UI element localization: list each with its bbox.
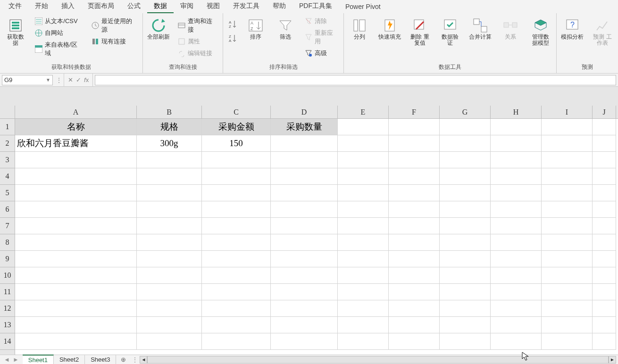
tab-review[interactable]: 审阅 [174, 0, 200, 13]
refresh-all-button[interactable]: 全部刷新 [146, 16, 171, 42]
spreadsheet-grid[interactable]: ABCDEFGHIJ 1234567891011121314 名称规格采购金额采… [0, 106, 618, 355]
cell[interactable] [542, 218, 593, 234]
cell[interactable] [491, 168, 542, 185]
cell[interactable] [440, 185, 491, 201]
cell[interactable] [137, 300, 202, 317]
cell[interactable] [440, 317, 491, 333]
flash-fill-button[interactable]: 快速填充 [377, 16, 402, 42]
cell[interactable] [389, 251, 440, 267]
tab-home[interactable]: 开始 [28, 0, 55, 13]
cell[interactable] [137, 185, 202, 201]
cell[interactable] [15, 218, 137, 234]
cell[interactable] [440, 267, 491, 284]
cell[interactable] [271, 234, 338, 251]
cell[interactable] [542, 119, 593, 135]
cell[interactable] [338, 234, 389, 251]
cell[interactable] [389, 185, 440, 201]
cell[interactable] [593, 152, 616, 168]
sort-asc-button[interactable]: AZ [226, 19, 238, 29]
from-text-csv-button[interactable]: 从文本/CSV [33, 16, 84, 26]
cell[interactable] [271, 201, 338, 218]
tab-layout[interactable]: 页面布局 [81, 0, 121, 13]
cell[interactable] [593, 218, 616, 234]
cell[interactable] [271, 168, 338, 185]
cell[interactable] [271, 135, 338, 152]
cell[interactable] [491, 119, 542, 135]
column-header[interactable]: G [440, 106, 491, 118]
cell[interactable] [440, 333, 491, 350]
tab-powerpivot[interactable]: Power Pivot [339, 1, 387, 13]
cell[interactable] [338, 201, 389, 218]
column-header[interactable]: I [542, 106, 593, 118]
cell[interactable] [542, 135, 593, 152]
cell[interactable] [202, 251, 271, 267]
row-header[interactable]: 12 [0, 300, 15, 317]
cell[interactable] [593, 185, 616, 201]
consolidate-button[interactable]: 合并计算 [468, 16, 493, 42]
cancel-icon[interactable]: ✕ [68, 76, 73, 83]
tab-dev[interactable]: 开发工具 [226, 0, 266, 13]
cell[interactable] [491, 300, 542, 317]
column-header[interactable]: A [15, 106, 137, 118]
cell[interactable] [137, 201, 202, 218]
cell[interactable] [389, 119, 440, 135]
cell[interactable] [440, 135, 491, 152]
row-header[interactable]: 7 [0, 218, 15, 234]
cell[interactable] [137, 168, 202, 185]
cell[interactable] [542, 267, 593, 284]
cell[interactable] [202, 284, 271, 300]
cell[interactable] [338, 317, 389, 333]
cell[interactable] [440, 234, 491, 251]
column-header[interactable]: F [389, 106, 440, 118]
cell[interactable] [491, 185, 542, 201]
cell[interactable] [338, 300, 389, 317]
sheet-tab[interactable]: Sheet2 [54, 355, 85, 364]
cell[interactable] [137, 267, 202, 284]
sheet-tab[interactable]: Sheet1 [23, 355, 54, 364]
existing-connections-button[interactable]: 现有连接 [89, 36, 140, 47]
confirm-icon[interactable]: ✓ [76, 76, 81, 83]
cell[interactable] [271, 300, 338, 317]
cell[interactable] [15, 267, 137, 284]
column-header[interactable]: D [271, 106, 338, 118]
cell[interactable] [542, 168, 593, 185]
cell[interactable] [137, 284, 202, 300]
formula-input[interactable] [95, 75, 616, 85]
cell[interactable] [389, 333, 440, 350]
cell[interactable]: 采购数量 [271, 119, 338, 135]
column-header[interactable]: H [491, 106, 542, 118]
row-header[interactable]: 13 [0, 317, 15, 333]
cell[interactable] [15, 185, 137, 201]
cell[interactable] [389, 267, 440, 284]
cell[interactable] [491, 135, 542, 152]
row-header[interactable]: 14 [0, 333, 15, 350]
cell[interactable]: 名称 [15, 119, 137, 135]
cell[interactable] [15, 300, 137, 317]
cell[interactable] [440, 300, 491, 317]
cell[interactable] [440, 119, 491, 135]
cell[interactable] [593, 168, 616, 185]
sort-desc-button[interactable]: ZA [226, 33, 238, 43]
cell[interactable] [202, 300, 271, 317]
cell[interactable] [542, 152, 593, 168]
cell[interactable] [338, 333, 389, 350]
column-header[interactable]: E [338, 106, 389, 118]
cell[interactable] [389, 317, 440, 333]
data-validation-button[interactable]: 数据验 证 [437, 16, 463, 48]
data-model-button[interactable]: 管理数 据模型 [528, 16, 553, 48]
cell[interactable] [542, 251, 593, 267]
cell[interactable] [440, 152, 491, 168]
cell[interactable] [389, 135, 440, 152]
tab-insert[interactable]: 插入 [55, 0, 81, 13]
row-headers[interactable]: 1234567891011121314 [0, 119, 15, 355]
cell[interactable] [137, 218, 202, 234]
cell[interactable] [440, 168, 491, 185]
cell[interactable] [593, 284, 616, 300]
cell[interactable] [202, 317, 271, 333]
cell[interactable] [593, 234, 616, 251]
cell[interactable] [202, 218, 271, 234]
get-data-button[interactable]: 获取数 据 [3, 16, 28, 48]
cell[interactable] [491, 201, 542, 218]
cell[interactable] [271, 185, 338, 201]
cell[interactable] [338, 185, 389, 201]
